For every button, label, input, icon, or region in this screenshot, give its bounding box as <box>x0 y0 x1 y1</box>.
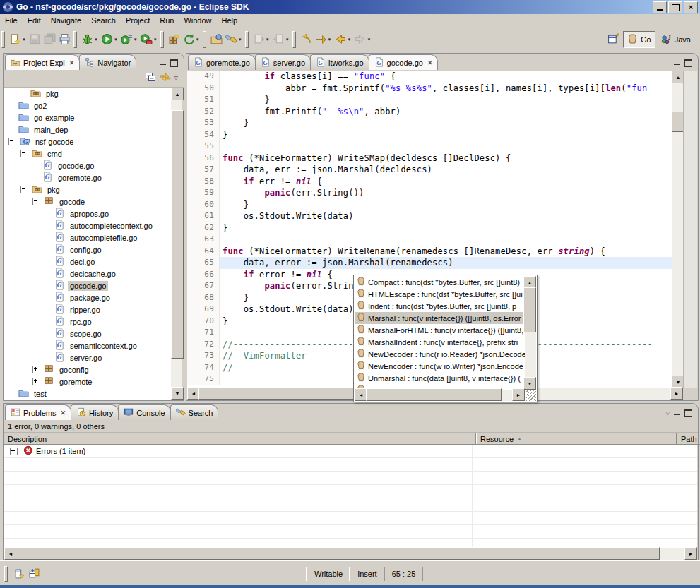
tree-item-autocompletefile-go[interactable]: Gautocompletefile.go <box>4 232 172 244</box>
tree-item-goremote[interactable]: goremote <box>4 376 172 388</box>
expand-icon[interactable] <box>32 378 40 385</box>
view-minimize-icon[interactable] <box>160 61 166 65</box>
autocomplete-item[interactable]: Marshal : func(v interface{}) ([]uint8, … <box>355 312 525 324</box>
collapse-all-icon[interactable] <box>145 71 156 85</box>
tab-close-icon[interactable]: ✕ <box>426 59 433 66</box>
profile-icon[interactable]: ▼ <box>139 31 159 48</box>
collapse-icon[interactable] <box>20 150 28 157</box>
collapse-icon[interactable] <box>20 186 28 193</box>
save-icon[interactable] <box>28 31 42 48</box>
code-line-58[interactable]: 58 if err != nil { <box>187 176 672 188</box>
forward-icon[interactable]: ▼ <box>352 31 372 48</box>
code-line-51[interactable]: 51 } <box>187 94 672 106</box>
popup-vscroll-thumb[interactable] <box>523 287 536 332</box>
back-icon[interactable]: ▼ <box>333 31 353 48</box>
tree-item-pkg[interactable]: pkg <box>4 88 172 100</box>
close-button[interactable]: × <box>684 1 698 13</box>
code-line-52[interactable]: 52 fmt.Printf(" %s\n", abbr) <box>187 106 672 118</box>
run-history-icon[interactable]: ▼ <box>119 31 139 48</box>
autocomplete-item[interactable]: Compact : func(dst *bytes.Buffer, src []… <box>355 276 525 288</box>
view-maximize-icon[interactable] <box>170 59 178 67</box>
autocomplete-item[interactable]: Indent : func(dst *bytes.Buffer, src []u… <box>355 300 525 312</box>
expand-icon[interactable] <box>10 448 18 455</box>
editor-tab-gocode-go[interactable]: Ggocode.go✕ <box>369 54 439 70</box>
tree-item-main-dep[interactable]: main_dep <box>4 124 172 136</box>
autocomplete-item[interactable]: MarshalForHTML : func(v interface{}) ([]… <box>355 324 525 336</box>
tree-item-decl-go[interactable]: Gdecl.go <box>4 256 172 268</box>
menu-project[interactable]: Project <box>121 15 155 26</box>
problems-view-menu-icon[interactable]: ▽ <box>666 411 670 416</box>
new-wizard-icon[interactable]: ▼ <box>8 31 28 48</box>
problems-hscroll-thumb[interactable] <box>16 547 660 560</box>
next-annotation-icon[interactable]: ▼ <box>251 31 271 48</box>
menu-edit[interactable]: Edit <box>23 15 46 26</box>
menu-help[interactable]: Help <box>217 15 243 26</box>
tree-item-autocompletecontext-go[interactable]: Gautocompletecontext.go <box>4 220 172 232</box>
tab-close-icon[interactable]: ✕ <box>59 409 66 416</box>
tree-item-go2[interactable]: go2 <box>4 100 172 112</box>
autocomplete-item[interactable]: MarshalIndent : func(v interface{}, pref… <box>355 336 525 348</box>
search-icon[interactable]: ▼ <box>224 31 244 48</box>
code-line-53[interactable]: 53 } <box>187 117 672 129</box>
tree-item-declcache-go[interactable]: Gdeclcache.go <box>4 268 172 280</box>
column-header-description[interactable]: Description <box>4 433 476 445</box>
popup-scroll-right-icon[interactable]: ► <box>512 388 525 401</box>
dropdown-arrow-icon[interactable]: ▼ <box>238 37 242 42</box>
tree-item-nsf-gocode[interactable]: Gnsf-gocode <box>4 136 172 148</box>
tree-scroll-down-icon[interactable]: ▼ <box>171 387 184 400</box>
go-build-icon[interactable]: ▼ <box>182 31 201 48</box>
editor-tab-goremote-go[interactable]: Ggoremote.go <box>188 54 256 70</box>
editor-tab-server-go[interactable]: Gserver.go <box>255 54 311 70</box>
dropdown-arrow-icon[interactable]: ▼ <box>367 37 371 42</box>
perspective-java-button[interactable]: JJava <box>658 32 694 47</box>
tree-scroll-thumb[interactable] <box>171 110 184 359</box>
link-with-editor-icon[interactable] <box>160 71 171 85</box>
tree-item-gocode-go[interactable]: Ggocode.go <box>4 280 172 292</box>
code-line-65[interactable]: 65 data, error := json.Marshal(renamedes… <box>187 257 672 269</box>
view-tab-history[interactable]: History <box>71 404 119 420</box>
tab-close-icon[interactable]: ✕ <box>68 59 75 66</box>
tree-item-pkg[interactable]: pkg <box>4 184 172 196</box>
open-resource-icon[interactable] <box>209 31 224 48</box>
dropdown-arrow-icon[interactable]: ▼ <box>22 37 26 42</box>
code-line-55[interactable]: 55 <box>187 140 672 152</box>
tree-item-rpc-go[interactable]: Grpc.go <box>4 316 172 328</box>
tree-item-scope-go[interactable]: Gscope.go <box>4 328 172 340</box>
code-line-63[interactable]: 63 <box>187 234 672 246</box>
menu-navigate[interactable]: Navigate <box>46 15 86 26</box>
code-line-60[interactable]: 60 } <box>187 199 672 211</box>
tree-item-gocode[interactable]: gocode <box>4 196 172 208</box>
dropdown-arrow-icon[interactable]: ▼ <box>285 37 290 42</box>
tree-item-config-go[interactable]: Gconfig.go <box>4 244 172 256</box>
collapse-icon[interactable] <box>8 138 16 145</box>
dropdown-arrow-icon[interactable]: ▼ <box>328 37 332 42</box>
problems-scroll-right-icon[interactable]: ► <box>684 547 697 560</box>
code-line-50[interactable]: 50 abbr = fmt.Sprintf("%s %s%s", classes… <box>187 83 672 95</box>
problems-maximize-icon[interactable] <box>684 409 692 417</box>
tree-item-server-go[interactable]: Gserver.go <box>4 352 172 364</box>
autocomplete-item[interactable]: Unmarshal : func(data []uint8, v interfa… <box>355 372 525 384</box>
code-line-61[interactable]: 61 os.Stdout.Write(data) <box>187 210 672 222</box>
editor-minimize-icon[interactable] <box>674 61 680 65</box>
dropdown-arrow-icon[interactable]: ▼ <box>114 37 118 42</box>
tree-item-package-go[interactable]: Gpackage.go <box>4 292 172 304</box>
tree-item-cmd[interactable]: cmd <box>4 148 172 160</box>
view-tab-problems[interactable]: Problems✕ <box>5 404 71 420</box>
dropdown-arrow-icon[interactable]: ▼ <box>196 37 200 42</box>
code-line-49[interactable]: 49 if classes[i] == "func" { <box>187 71 672 83</box>
go-into-icon[interactable]: ▼ <box>314 31 333 48</box>
save-all-icon[interactable] <box>42 31 57 48</box>
menu-run[interactable]: Run <box>155 15 179 26</box>
expand-icon[interactable] <box>32 366 40 373</box>
tree-item-goconfig[interactable]: goconfig <box>4 364 172 376</box>
collapse-icon[interactable] <box>32 198 40 205</box>
editor-maximize-icon[interactable] <box>684 59 692 67</box>
view-tab-console[interactable]: Console <box>118 404 170 420</box>
view-menu-icon[interactable]: ▽ <box>174 76 178 81</box>
code-line-59[interactable]: 59 panic(err.String()) <box>187 187 672 199</box>
column-header-resource[interactable]: Resource▲ <box>476 433 677 445</box>
debug-icon[interactable]: ▼ <box>80 31 100 48</box>
dropdown-arrow-icon[interactable]: ▼ <box>134 37 138 42</box>
column-header-path[interactable]: Path <box>677 433 700 445</box>
minimize-button[interactable] <box>653 1 667 13</box>
